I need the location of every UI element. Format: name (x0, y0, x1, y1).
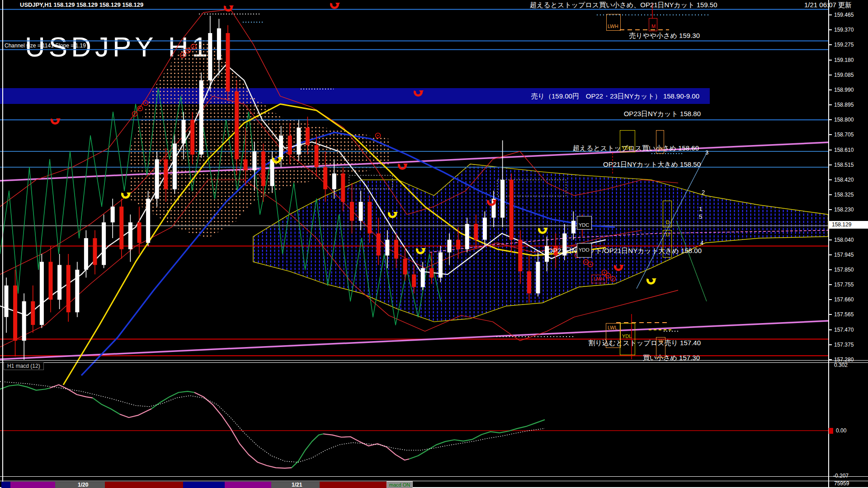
candle-body (75, 270, 79, 312)
price-tick-mark (828, 75, 832, 75)
reversal-arrow-icon (419, 90, 424, 94)
channel-info-label: Channel size = 1141 Slope = 1.19 (5, 42, 86, 49)
candle-body (5, 286, 9, 317)
candle-body (244, 159, 248, 170)
candle-body (474, 224, 478, 240)
candle-body (190, 120, 194, 155)
signal-dot-icon (145, 102, 146, 103)
price-annotation: 超えるとストップロス買い小さめ 158.60 (573, 144, 699, 153)
signal-dot-icon (377, 135, 378, 136)
candle-body (483, 218, 487, 240)
candle-body (217, 28, 221, 60)
signal-dot-icon (607, 275, 609, 276)
candle-body (40, 262, 44, 325)
macd-axis-max: 0.302 (834, 362, 848, 368)
signal-dot-icon (187, 50, 189, 51)
session-box-ydc: YDC (577, 216, 592, 230)
candle-body (403, 258, 407, 274)
price-tick-mark (828, 329, 832, 330)
price-tick-label: 158.230 (834, 206, 854, 213)
candle-body (429, 268, 434, 277)
price-tick-label: 159.085 (834, 72, 854, 78)
price-tick-label: 157.375 (834, 342, 854, 348)
candle-body (226, 33, 230, 91)
bars-count: 75959 (834, 480, 849, 487)
signal-dot-icon (261, 174, 263, 176)
channel-line (0, 142, 828, 181)
reversal-arrow-icon (652, 278, 656, 282)
price-tick-label: 157.945 (834, 252, 854, 258)
macd-line (50, 385, 93, 398)
price-annotation: OP21日NYカット/OP21日NYカット大きめ 158.00 (548, 247, 702, 255)
candle-body (465, 224, 469, 249)
session-box-label: W (658, 146, 663, 152)
price-tick-mark (828, 269, 832, 270)
session-segment (105, 482, 183, 488)
candle-body (49, 262, 53, 300)
candle-body (536, 262, 540, 293)
price-tick-mark (828, 239, 832, 240)
price-tick-label: 158.800 (834, 117, 854, 123)
candle-body (385, 240, 389, 256)
candle-body (571, 221, 576, 234)
session-box-d: D (663, 230, 672, 258)
candle-body (173, 144, 177, 189)
session-box-ydo: YDO (577, 243, 592, 258)
macd-line (151, 391, 194, 409)
session-box-d: D (663, 201, 672, 227)
candle-body (341, 174, 345, 202)
session-box-lmh: LMH (591, 275, 607, 283)
trading-chart-window: USDJPY H1 売り（159.00円 OP22・23日NYカット） 158.… (0, 0, 868, 488)
session-box-label: D (666, 220, 670, 225)
frame-line (0, 362, 868, 363)
macd-indicator-label[interactable]: H1 macd (12) (4, 362, 44, 370)
top-annotation: 超えるとストップロス買い小さめ、OP21日NYカット 159.50 (530, 1, 717, 9)
price-annotation: OP21日NYカット大きめ 158.50 (603, 160, 701, 169)
price-tick-mark (828, 29, 832, 30)
price-tick-label: 159.275 (834, 42, 854, 48)
price-tick-label: 158.895 (834, 102, 854, 108)
candle-body (306, 128, 310, 145)
signal-dot-icon (182, 54, 183, 56)
candle-body (421, 268, 425, 287)
candle-body (332, 174, 336, 189)
macd-line (409, 420, 545, 459)
frame-line (2, 0, 3, 488)
candle-body (119, 206, 123, 249)
session-box-label: YDH (622, 145, 632, 150)
price-tick-label: 158.040 (834, 237, 854, 243)
candle-body (13, 286, 17, 341)
symbol-info: USDJPY,H1 158.129 158.129 158.129 158.12… (20, 1, 143, 8)
macd-axis-zero: 0.00 (836, 427, 846, 434)
price-tick-label: 157.850 (834, 267, 854, 273)
frame-line (0, 481, 868, 481)
signal-dot-icon (585, 261, 586, 263)
candle-body (359, 202, 363, 221)
candle-body (377, 234, 381, 256)
candle-body (57, 265, 61, 300)
candle-body (297, 128, 301, 155)
timeline-date-label: 1/21 (292, 482, 302, 488)
price-tick-mark (828, 179, 832, 180)
main-chart-canvas[interactable] (0, 0, 868, 488)
candle-body (31, 301, 35, 325)
candle-body (500, 180, 505, 218)
macd-line (0, 385, 50, 390)
price-tick-mark (828, 60, 832, 61)
price-tick-mark (828, 284, 832, 285)
candle-body (315, 145, 319, 167)
price-tick-label: 158.610 (834, 147, 854, 153)
candle-body (518, 240, 522, 272)
wave-count-label: 1 (699, 206, 702, 212)
candle-body (288, 136, 292, 155)
reversal-arrow-icon (229, 5, 234, 9)
candle-body (527, 271, 531, 293)
price-tick-label: 158.420 (834, 177, 854, 183)
price-tick-mark (828, 314, 832, 315)
candle-body (270, 159, 274, 186)
candle-body (509, 180, 514, 240)
macd-toggle-button[interactable]: macd ON (387, 481, 413, 488)
session-box-label: LWH (608, 23, 618, 29)
price-tick-mark (828, 150, 832, 150)
price-tick-label: 157.565 (834, 311, 854, 318)
